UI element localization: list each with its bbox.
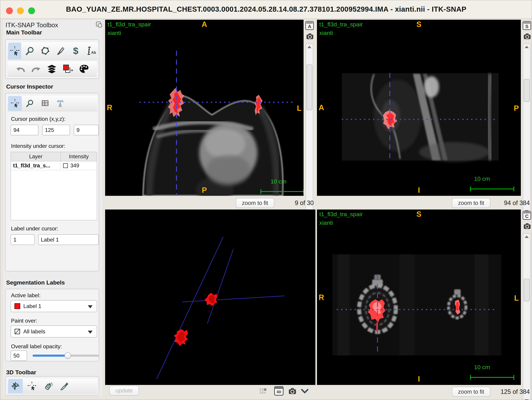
3d-viewport[interactable] — [105, 209, 315, 385]
annotation-tool-button[interactable]: Ab — [85, 43, 97, 59]
3d-mode-icon[interactable]: 3D — [274, 386, 284, 395]
opacity-slider-thumb[interactable] — [64, 352, 71, 359]
table-row[interactable]: t1_fl3d_tra_s... 349 — [11, 161, 97, 170]
orientation-letter-top: S — [317, 20, 521, 29]
sagittal-scroll-thumb[interactable] — [524, 79, 530, 102]
zoom-to-fit-button[interactable]: zoom to fit — [452, 387, 490, 397]
label-name-field[interactable] — [38, 234, 99, 245]
active-label-label: Active label: — [11, 292, 41, 299]
coronal-slice-scrollbar[interactable] — [523, 234, 531, 400]
coronal-slice-indicator: 125 of 384 — [501, 388, 530, 395]
table-grid-icon — [41, 99, 49, 107]
paintbrush-tool-button[interactable] — [54, 43, 67, 59]
scale-bar-label: 10 cm — [474, 364, 490, 370]
overall-label-opacity-label: Overall label opacity: — [11, 343, 62, 350]
orientation-letter-bottom: P — [105, 186, 304, 194]
camera-icon[interactable] — [523, 33, 531, 40]
active-label-icon[interactable] — [63, 64, 73, 74]
layer-name-cell: t1_fl3d_tra_s... — [11, 161, 61, 170]
inspector-zoom-mode-button[interactable] — [23, 96, 37, 111]
scroll-up-icon[interactable] — [523, 234, 530, 240]
axial-scroll-thumb[interactable] — [306, 65, 312, 110]
polygon-tool-button[interactable] — [39, 43, 52, 59]
paint-over-dropdown[interactable]: All labels — [11, 326, 97, 338]
scroll-up-icon[interactable] — [306, 44, 313, 50]
redo-icon[interactable] — [31, 65, 41, 73]
polygon-icon — [40, 46, 50, 56]
orientation-letter-left: A — [319, 103, 324, 112]
scroll-down-icon[interactable] — [523, 398, 530, 400]
crosshair-icon — [10, 99, 19, 108]
zoom-tool-button[interactable] — [24, 43, 36, 59]
intensity-value: 349 — [70, 163, 79, 169]
label-editor-palette-icon[interactable] — [79, 64, 89, 73]
undock-panel-icon[interactable] — [95, 21, 103, 28]
active-label-dropdown[interactable]: Label 1 — [11, 300, 97, 312]
segmentation-labels-frame: Active label: Label 1 Paint over: All la… — [5, 289, 99, 362]
sagittal-slice-indicator: 94 of 384 — [501, 199, 530, 207]
scroll-up-icon[interactable] — [523, 44, 530, 50]
camera-icon[interactable] — [288, 387, 297, 395]
undo-icon[interactable] — [15, 65, 25, 73]
spraycan-icon — [44, 381, 53, 391]
snake-tool-button[interactable]: $ — [69, 43, 82, 59]
inspector-crosshair-mode-button[interactable] — [8, 96, 22, 111]
inspector-registration-button[interactable] — [53, 96, 67, 111]
subject-label: xianti — [108, 30, 121, 36]
orientation-letter-top: S — [317, 210, 521, 218]
intensity-table: Layer Intensity t1_fl3d_tra_s... 349 — [11, 152, 97, 220]
3d-spraypaint-tool-button[interactable] — [41, 379, 56, 393]
intensity-column-header: Intensity — [61, 152, 97, 161]
opacity-field[interactable] — [11, 351, 27, 361]
zoom-to-fit-button[interactable]: zoom to fit — [452, 198, 490, 208]
camera-icon[interactable] — [306, 33, 314, 40]
coronal-marker-toggle[interactable]: C — [523, 211, 531, 220]
coronal-scroll-thumb[interactable] — [524, 279, 530, 301]
magnifier-icon — [25, 46, 35, 56]
orientation-letter-bottom: I — [317, 186, 521, 194]
cursor-position-label: Cursor position (x,y,z): — [11, 116, 65, 122]
inspector-layer-table-button[interactable] — [38, 96, 52, 111]
paintbrush-icon — [56, 46, 65, 56]
axial-viewport[interactable]: t1_fl3d_tra_spair xianti A R L P 10 cm — [105, 20, 304, 196]
trackball-crosshair-icon — [11, 381, 20, 391]
orientation-letter-right: P — [514, 104, 519, 112]
3d-bottom-row: update 2.0 1.0 3D — [105, 386, 315, 397]
3d-scale-toggle-icon[interactable]: 2.0 1.0 — [260, 386, 266, 396]
axial-slice-indicator: 9 of 30 — [285, 199, 314, 207]
scale-bar-label: 10 cm — [271, 178, 286, 185]
crosshair-tool-button[interactable] — [8, 43, 21, 59]
sagittal-marker-toggle[interactable]: S — [523, 21, 531, 30]
main-toolbar-header: Main Toolbar — [6, 29, 42, 36]
layer-inspector-icon[interactable] — [47, 64, 57, 73]
sagittal-slice-scrollbar[interactable] — [523, 44, 531, 215]
coronal-viewport[interactable]: t1_fl3d_tra_spair xianti S R L I 10 cm — [317, 209, 521, 385]
3d-trackball-tool-button[interactable] — [8, 379, 23, 393]
axial-slice-scrollbar[interactable] — [306, 44, 313, 215]
3d-scalpel-tool-button[interactable] — [58, 379, 72, 393]
layer-checkbox-icon[interactable] — [63, 163, 68, 168]
cursor-z-field[interactable] — [74, 125, 99, 135]
coronal-zoom-row: zoom to fit 125 of 384 — [317, 386, 532, 398]
zoom-to-fit-button[interactable]: zoom to fit — [236, 198, 274, 208]
intensity-under-cursor-label: Intensity under cursor: — [11, 143, 65, 149]
cursor-x-field[interactable] — [11, 125, 38, 135]
label-id-field[interactable] — [11, 234, 35, 245]
orientation-letter-right: L — [514, 294, 519, 302]
segmentation-labels-header: Segmentation Labels — [6, 279, 65, 286]
axial-marker-toggle[interactable]: A — [305, 21, 314, 30]
expand-chevron-icon[interactable] — [301, 389, 309, 394]
axial-zoom-row: zoom to fit 9 of 30 — [105, 197, 315, 209]
active-label-color-swatch — [14, 303, 20, 309]
cursor-y-field[interactable] — [42, 125, 70, 135]
orientation-letter-left: R — [107, 103, 112, 112]
3d-crosshair-tool-button[interactable] — [25, 379, 39, 393]
update-button[interactable]: update — [109, 386, 139, 395]
title-bar: BAO_YUAN_ZE.MR.HOSPITAL_CHEST.0003.0001.… — [0, 0, 532, 19]
orientation-letter-right: L — [297, 104, 302, 112]
sagittal-viewport[interactable]: t1_fl3d_tra_spair xianti S A P I 10 cm — [317, 20, 521, 196]
layer-column-header: Layer — [11, 152, 61, 161]
toolbox-title: ITK-SNAP Toolbox — [6, 22, 58, 29]
cursor-inspector-frame: Cursor position (x,y,z): Intensity under… — [5, 93, 99, 271]
camera-icon[interactable] — [523, 222, 531, 230]
